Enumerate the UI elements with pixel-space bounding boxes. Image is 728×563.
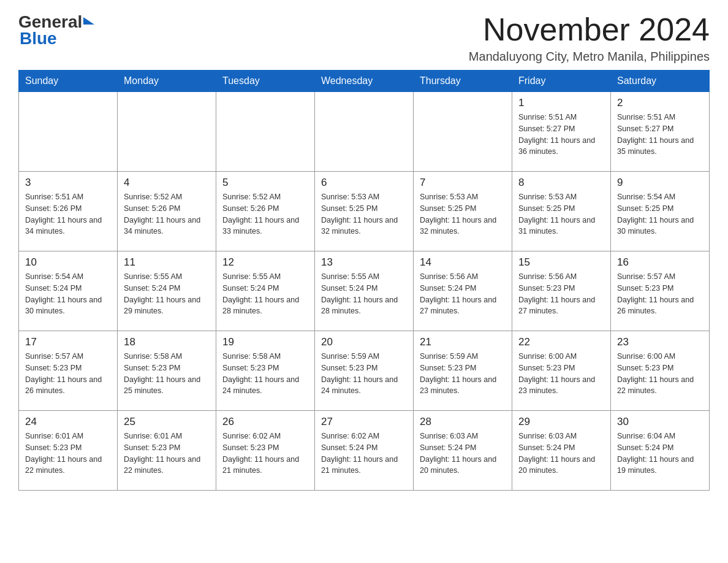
day-number: 17 xyxy=(25,336,111,348)
calendar-cell xyxy=(216,92,315,172)
calendar-cell: 1Sunrise: 5:51 AMSunset: 5:27 PMDaylight… xyxy=(512,92,611,172)
day-info: Sunrise: 5:51 AMSunset: 5:27 PMDaylight:… xyxy=(518,112,604,158)
day-info: Sunrise: 5:51 AMSunset: 5:26 PMDaylight:… xyxy=(25,191,111,237)
day-info: Sunrise: 6:04 AMSunset: 5:24 PMDaylight:… xyxy=(617,431,703,477)
logo-flag-icon xyxy=(83,17,94,25)
day-info: Sunrise: 6:01 AMSunset: 5:23 PMDaylight:… xyxy=(25,431,111,477)
calendar-day-header: Saturday xyxy=(611,71,710,92)
day-info: Sunrise: 5:53 AMSunset: 5:25 PMDaylight:… xyxy=(420,191,506,237)
calendar-cell: 4Sunrise: 5:52 AMSunset: 5:26 PMDaylight… xyxy=(118,172,216,251)
calendar-cell: 20Sunrise: 5:59 AMSunset: 5:23 PMDayligh… xyxy=(315,331,414,411)
day-number: 28 xyxy=(420,416,506,428)
calendar-week-row: 3Sunrise: 5:51 AMSunset: 5:26 PMDaylight… xyxy=(19,172,710,251)
calendar-cell: 29Sunrise: 6:03 AMSunset: 5:24 PMDayligh… xyxy=(512,411,611,491)
logo-blue-text: Blue xyxy=(20,29,57,48)
calendar-cell: 8Sunrise: 5:53 AMSunset: 5:25 PMDaylight… xyxy=(512,172,611,251)
day-number: 14 xyxy=(420,256,506,269)
calendar-day-header: Thursday xyxy=(414,71,512,92)
day-number: 16 xyxy=(617,256,703,269)
day-number: 1 xyxy=(518,97,604,109)
calendar-table: SundayMondayTuesdayWednesdayThursdayFrid… xyxy=(18,70,710,491)
day-number: 24 xyxy=(25,416,111,428)
calendar-cell: 11Sunrise: 5:55 AMSunset: 5:24 PMDayligh… xyxy=(118,251,216,331)
calendar-cell: 24Sunrise: 6:01 AMSunset: 5:23 PMDayligh… xyxy=(19,411,118,491)
day-info: Sunrise: 6:02 AMSunset: 5:24 PMDaylight:… xyxy=(321,431,407,477)
day-info: Sunrise: 5:56 AMSunset: 5:23 PMDaylight:… xyxy=(518,271,604,317)
day-number: 4 xyxy=(124,177,210,189)
calendar-cell: 3Sunrise: 5:51 AMSunset: 5:26 PMDaylight… xyxy=(19,172,118,251)
day-info: Sunrise: 5:59 AMSunset: 5:23 PMDaylight:… xyxy=(420,351,506,397)
location-title: Mandaluyong City, Metro Manila, Philippi… xyxy=(469,50,710,64)
day-info: Sunrise: 6:01 AMSunset: 5:23 PMDaylight:… xyxy=(124,431,210,477)
day-number: 5 xyxy=(222,177,308,189)
day-number: 21 xyxy=(420,336,506,348)
calendar-cell: 25Sunrise: 6:01 AMSunset: 5:23 PMDayligh… xyxy=(118,411,216,491)
calendar-week-row: 1Sunrise: 5:51 AMSunset: 5:27 PMDaylight… xyxy=(19,92,710,172)
day-number: 15 xyxy=(518,256,604,269)
day-info: Sunrise: 5:55 AMSunset: 5:24 PMDaylight:… xyxy=(124,271,210,317)
calendar-cell: 15Sunrise: 5:56 AMSunset: 5:23 PMDayligh… xyxy=(512,251,611,331)
day-number: 11 xyxy=(124,256,210,269)
calendar-cell xyxy=(19,92,118,172)
calendar-day-header: Sunday xyxy=(19,71,118,92)
day-info: Sunrise: 5:54 AMSunset: 5:25 PMDaylight:… xyxy=(617,191,703,237)
day-number: 25 xyxy=(124,416,210,428)
calendar-header-row: SundayMondayTuesdayWednesdayThursdayFrid… xyxy=(19,71,710,92)
day-info: Sunrise: 5:57 AMSunset: 5:23 PMDaylight:… xyxy=(25,351,111,397)
day-number: 22 xyxy=(518,336,604,348)
calendar-cell: 6Sunrise: 5:53 AMSunset: 5:25 PMDaylight… xyxy=(315,172,414,251)
calendar-cell: 10Sunrise: 5:54 AMSunset: 5:24 PMDayligh… xyxy=(19,251,118,331)
day-info: Sunrise: 6:00 AMSunset: 5:23 PMDaylight:… xyxy=(617,351,703,397)
calendar-cell: 7Sunrise: 5:53 AMSunset: 5:25 PMDaylight… xyxy=(414,172,512,251)
day-number: 13 xyxy=(321,256,407,269)
calendar-day-header: Friday xyxy=(512,71,611,92)
calendar-week-row: 10Sunrise: 5:54 AMSunset: 5:24 PMDayligh… xyxy=(19,251,710,331)
day-info: Sunrise: 5:52 AMSunset: 5:26 PMDaylight:… xyxy=(222,191,308,237)
day-info: Sunrise: 5:52 AMSunset: 5:26 PMDaylight:… xyxy=(124,191,210,237)
day-number: 19 xyxy=(222,336,308,348)
calendar-cell: 30Sunrise: 6:04 AMSunset: 5:24 PMDayligh… xyxy=(611,411,710,491)
calendar-cell: 27Sunrise: 6:02 AMSunset: 5:24 PMDayligh… xyxy=(315,411,414,491)
day-info: Sunrise: 5:58 AMSunset: 5:23 PMDaylight:… xyxy=(124,351,210,397)
day-number: 7 xyxy=(420,177,506,189)
day-number: 27 xyxy=(321,416,407,428)
calendar-cell: 2Sunrise: 5:51 AMSunset: 5:27 PMDaylight… xyxy=(611,92,710,172)
day-info: Sunrise: 6:03 AMSunset: 5:24 PMDaylight:… xyxy=(420,431,506,477)
calendar-cell: 28Sunrise: 6:03 AMSunset: 5:24 PMDayligh… xyxy=(414,411,512,491)
day-info: Sunrise: 5:51 AMSunset: 5:27 PMDaylight:… xyxy=(617,112,703,158)
calendar-cell: 22Sunrise: 6:00 AMSunset: 5:23 PMDayligh… xyxy=(512,331,611,411)
title-section: November 2024 Mandaluyong City, Metro Ma… xyxy=(469,12,710,64)
day-number: 23 xyxy=(617,336,703,348)
day-info: Sunrise: 5:54 AMSunset: 5:24 PMDaylight:… xyxy=(25,271,111,317)
calendar-cell xyxy=(315,92,414,172)
day-number: 10 xyxy=(25,256,111,269)
day-number: 30 xyxy=(617,416,703,428)
day-info: Sunrise: 5:55 AMSunset: 5:24 PMDaylight:… xyxy=(222,271,308,317)
calendar-cell xyxy=(118,92,216,172)
calendar-cell: 5Sunrise: 5:52 AMSunset: 5:26 PMDaylight… xyxy=(216,172,315,251)
calendar-cell xyxy=(414,92,512,172)
day-info: Sunrise: 6:03 AMSunset: 5:24 PMDaylight:… xyxy=(518,431,604,477)
calendar-cell: 21Sunrise: 5:59 AMSunset: 5:23 PMDayligh… xyxy=(414,331,512,411)
day-info: Sunrise: 6:02 AMSunset: 5:23 PMDaylight:… xyxy=(222,431,308,477)
day-number: 8 xyxy=(518,177,604,189)
calendar-cell: 26Sunrise: 6:02 AMSunset: 5:23 PMDayligh… xyxy=(216,411,315,491)
calendar-cell: 13Sunrise: 5:55 AMSunset: 5:24 PMDayligh… xyxy=(315,251,414,331)
calendar-week-row: 24Sunrise: 6:01 AMSunset: 5:23 PMDayligh… xyxy=(19,411,710,491)
calendar-day-header: Wednesday xyxy=(315,71,414,92)
day-number: 26 xyxy=(222,416,308,428)
day-info: Sunrise: 5:56 AMSunset: 5:24 PMDaylight:… xyxy=(420,271,506,317)
month-title: November 2024 xyxy=(469,12,710,47)
day-number: 2 xyxy=(617,97,703,109)
day-info: Sunrise: 5:58 AMSunset: 5:23 PMDaylight:… xyxy=(222,351,308,397)
day-number: 29 xyxy=(518,416,604,428)
calendar-cell: 17Sunrise: 5:57 AMSunset: 5:23 PMDayligh… xyxy=(19,331,118,411)
calendar-cell: 16Sunrise: 5:57 AMSunset: 5:23 PMDayligh… xyxy=(611,251,710,331)
day-number: 12 xyxy=(222,256,308,269)
calendar-day-header: Tuesday xyxy=(216,71,315,92)
day-info: Sunrise: 5:59 AMSunset: 5:23 PMDaylight:… xyxy=(321,351,407,397)
day-info: Sunrise: 5:53 AMSunset: 5:25 PMDaylight:… xyxy=(518,191,604,237)
calendar-cell: 19Sunrise: 5:58 AMSunset: 5:23 PMDayligh… xyxy=(216,331,315,411)
day-number: 9 xyxy=(617,177,703,189)
page-header: General Blue November 2024 Mandaluyong C… xyxy=(18,12,710,64)
